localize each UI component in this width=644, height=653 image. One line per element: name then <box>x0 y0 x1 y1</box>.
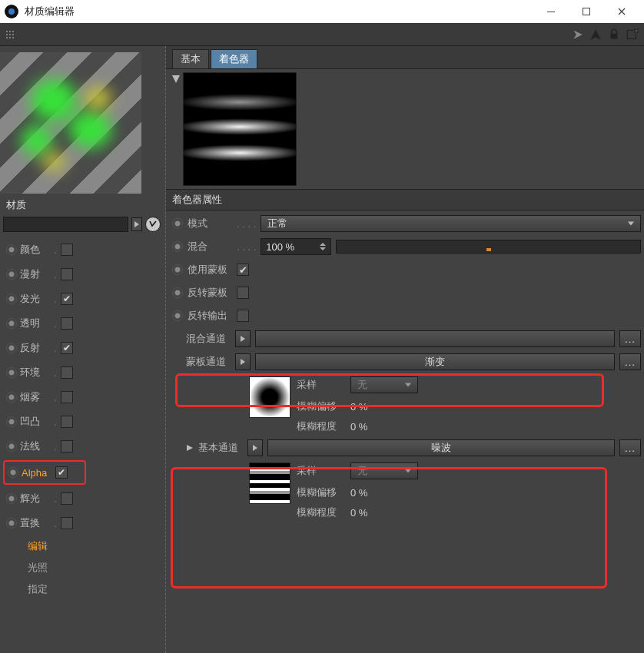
window-titlebar: 材质编辑器 <box>0 0 644 23</box>
svg-point-9 <box>6 37 8 38</box>
window-maximize-button[interactable] <box>569 0 604 23</box>
radio-icon <box>6 416 17 427</box>
base-blur-scale-input[interactable]: 0 % <box>350 507 367 519</box>
app-icon <box>5 5 18 18</box>
svg-point-11 <box>12 37 14 38</box>
svg-point-5 <box>12 31 14 32</box>
lock-icon[interactable] <box>607 28 621 41</box>
window-minimize-button[interactable] <box>533 0 569 23</box>
prop-inv-mask: 反转蒙板 <box>172 284 641 301</box>
up-arrow-icon[interactable] <box>589 28 603 41</box>
radio-icon <box>172 218 183 229</box>
back-arrow-icon[interactable] <box>570 28 584 41</box>
checkbox[interactable] <box>61 440 73 452</box>
row-mix-channel: 混合通道 ... <box>172 330 641 347</box>
mode-select[interactable]: 正常 <box>261 215 641 232</box>
channel-glow[interactable]: 辉光 . <box>6 490 159 507</box>
base-channel-detail: 采样 无 模糊偏移 0 % 模糊程度 <box>172 462 641 519</box>
svg-point-4 <box>9 31 11 32</box>
base-sample-select[interactable]: 无 <box>350 462 418 479</box>
channel-fog[interactable]: 烟雾 . <box>6 389 159 406</box>
radio-icon <box>6 269 17 280</box>
base-blur-offset-input[interactable]: 0 % <box>350 487 367 499</box>
channel-reflection[interactable]: 反射 . ✔ <box>6 340 159 356</box>
material-name-input[interactable] <box>3 217 128 232</box>
radio-icon <box>6 293 17 304</box>
dropdown-button[interactable] <box>131 217 142 231</box>
tab-shader[interactable]: 着色器 <box>211 49 257 68</box>
window-close-button[interactable] <box>604 0 639 23</box>
tab-basic[interactable]: 基本 <box>172 49 209 68</box>
channel-transparency[interactable]: 透明 . <box>6 315 159 332</box>
svg-point-3 <box>6 31 8 32</box>
sub-edit[interactable]: 编辑 <box>28 539 159 553</box>
browse-button[interactable]: ... <box>619 353 641 370</box>
material-label: 材质 <box>0 194 165 215</box>
base-channel-slot[interactable]: 噪波 <box>267 439 615 456</box>
channel-bump[interactable]: 凹凸 . <box>6 413 159 430</box>
checkbox[interactable] <box>61 391 73 403</box>
mix-slider[interactable] <box>336 240 641 254</box>
prop-mix: 混合 . . . . 100 % <box>172 238 641 255</box>
checkbox[interactable] <box>61 492 73 505</box>
channel-environment[interactable]: 环境 . <box>6 364 159 381</box>
expand-button[interactable] <box>235 330 251 347</box>
checkbox[interactable]: ✔ <box>61 342 73 354</box>
new-tab-icon[interactable] <box>626 28 639 41</box>
channel-diffuse[interactable]: 漫射 . <box>6 266 159 283</box>
checkbox[interactable] <box>61 517 73 529</box>
sub-assign[interactable]: 指定 <box>28 582 159 596</box>
sub-illum[interactable]: 光照 <box>28 561 159 575</box>
material-name-row <box>0 215 165 237</box>
checkbox[interactable] <box>61 268 73 280</box>
radio-icon <box>6 493 17 504</box>
radio-icon <box>6 392 17 403</box>
channel-displacement[interactable]: 置换 . <box>6 515 159 532</box>
mask-blur-scale-input[interactable]: 0 % <box>350 421 367 433</box>
expand-button[interactable] <box>247 439 263 456</box>
collapse-icon[interactable] <box>186 444 194 452</box>
mask-blur-scale-row: 模糊程度 0 % <box>297 419 641 433</box>
checkbox[interactable] <box>61 416 73 428</box>
shader-preview[interactable] <box>183 72 297 186</box>
inv-out-checkbox[interactable] <box>237 310 249 322</box>
inv-mask-checkbox[interactable] <box>237 287 249 299</box>
mask-blur-offset-input[interactable]: 0 % <box>350 401 367 413</box>
mask-blur-offset-row: 模糊偏移 0 % <box>297 399 641 413</box>
section-shader-props: 着色器属性 <box>166 189 644 210</box>
checkbox[interactable] <box>61 244 73 256</box>
base-blur-scale-row: 模糊程度 0 % <box>297 505 641 519</box>
base-thumbnail[interactable] <box>249 462 290 504</box>
mask-sample-row: 采样 无 <box>297 376 641 393</box>
prop-mode: 模式 . . . . 正常 <box>172 215 641 232</box>
mix-channel-slot[interactable] <box>255 330 615 347</box>
svg-point-8 <box>12 34 14 35</box>
expand-button[interactable] <box>235 353 251 370</box>
collapse-icon[interactable] <box>172 75 180 83</box>
checkbox[interactable]: ✔ <box>55 466 68 479</box>
channel-list: 颜色 . 漫射 . 发光 . ✔ 透明 . <box>0 237 165 601</box>
mix-input[interactable]: 100 % <box>261 238 331 255</box>
channel-color[interactable]: 颜色 . <box>6 241 159 258</box>
channel-alpha[interactable]: Alpha ✔ <box>8 464 81 481</box>
picker-icon[interactable] <box>145 217 161 232</box>
checkbox[interactable]: ✔ <box>61 293 73 305</box>
mask-thumbnail[interactable] <box>249 376 290 418</box>
right-panel: 基本 着色器 着色器属性 模式 . . . . 正常 <box>166 46 644 653</box>
base-sample-row: 采样 无 <box>297 462 641 479</box>
use-mask-checkbox[interactable]: ✔ <box>237 264 249 276</box>
mask-sample-select[interactable]: 无 <box>350 376 418 393</box>
checkbox[interactable] <box>61 317 73 330</box>
svg-rect-2 <box>583 8 590 15</box>
radio-icon <box>8 467 18 478</box>
checkbox[interactable] <box>61 366 73 379</box>
browse-button[interactable]: ... <box>619 330 641 347</box>
mask-channel-slot[interactable]: 渐变 <box>255 353 615 370</box>
row-base-channel: 基本通道 噪波 ... <box>172 439 641 456</box>
browse-button[interactable]: ... <box>619 439 641 456</box>
grip-icon[interactable] <box>5 29 15 40</box>
channel-luminance[interactable]: 发光 . ✔ <box>6 290 159 307</box>
base-blur-offset-row: 模糊偏移 0 % <box>297 486 641 499</box>
channel-normal[interactable]: 法线 . <box>6 438 159 455</box>
material-preview[interactable] <box>0 52 141 194</box>
